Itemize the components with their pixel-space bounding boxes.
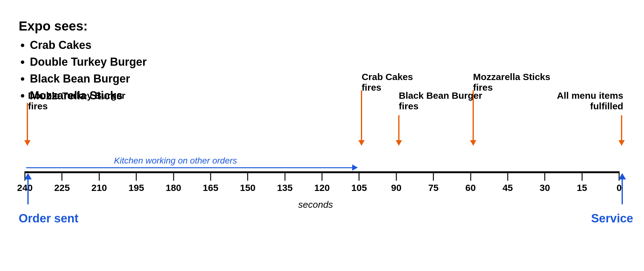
crab-cakes-fires-label-line2: fires (362, 82, 381, 93)
tick-label-75: 75 (428, 183, 438, 193)
diagram-container: Expo sees: Crab Cakes Double Turkey Burg… (0, 0, 644, 271)
black-bean-fires-line (398, 115, 399, 140)
tick-75 (433, 171, 434, 181)
tick-15 (581, 171, 582, 181)
tick-165 (210, 171, 211, 181)
service-label: Service (591, 212, 633, 225)
tick-150 (247, 171, 248, 181)
order-sent-arrowhead (24, 173, 32, 179)
tick-label-30: 30 (540, 183, 550, 193)
mozzarella-fires-label-line1: Mozzarella Sticks (473, 72, 550, 82)
tick-label-210: 210 (91, 183, 107, 193)
kitchen-arrow-head (352, 164, 358, 171)
double-turkey-fires-arrowhead (24, 140, 30, 146)
all-fulfilled-label: All menu items fulfilled (557, 90, 623, 112)
mozzarella-fires-label: Mozzarella Sticks fires (473, 72, 550, 93)
tick-label-60: 60 (465, 183, 476, 193)
ticks-container: 2402252101951801651501351201059075604530… (25, 171, 619, 196)
tick-60 (470, 171, 471, 181)
tick-label-90: 90 (391, 183, 401, 193)
crab-cakes-fires-line (361, 90, 362, 140)
double-turkey-fires-label-line1: Double Turkey Burger (28, 90, 125, 101)
service-arrowhead (618, 173, 626, 179)
order-sent-arrow (24, 173, 32, 204)
tick-90 (396, 171, 397, 181)
black-bean-fires-label-line2: fires (399, 101, 418, 111)
timeline-area: // We'll create ticks dynamically 240225… (25, 153, 619, 271)
kitchen-label: Kitchen working on other orders (114, 156, 237, 166)
tick-label-105: 105 (351, 183, 367, 193)
expo-item-black-bean: Black Bean Burger (30, 70, 147, 87)
double-turkey-fires-label: Double Turkey Burger fires (28, 90, 125, 112)
all-fulfilled-label-line1: All menu items (557, 90, 623, 101)
service-line (622, 179, 623, 204)
all-fulfilled-arrowhead (618, 140, 625, 146)
tick-105 (359, 171, 360, 181)
crab-cakes-fires-arrowhead (358, 140, 365, 146)
all-fulfilled-arrow (618, 115, 625, 146)
tick-label-165: 165 (203, 183, 218, 193)
all-fulfilled-line (621, 115, 622, 140)
order-sent-line (27, 179, 29, 204)
all-fulfilled-label-line2: fulfilled (590, 101, 623, 111)
tick-label-225: 225 (54, 183, 70, 193)
tick-label-150: 150 (240, 183, 255, 193)
mozzarella-fires-arrowhead (470, 140, 476, 146)
mozzarella-fires-arrow (470, 90, 476, 146)
double-turkey-fires-label-line2: fires (28, 101, 48, 111)
tick-label-195: 195 (128, 183, 144, 193)
tick-label-180: 180 (166, 183, 181, 193)
tick-45 (507, 171, 508, 181)
tick-120 (322, 171, 323, 181)
service-arrow (618, 173, 626, 204)
tick-30 (544, 171, 545, 181)
seconds-label: seconds (298, 199, 333, 210)
black-bean-fires-arrow (396, 115, 402, 146)
tick-180 (173, 171, 174, 181)
tick-label-45: 45 (502, 183, 513, 193)
order-sent-label: Order sent (19, 212, 78, 225)
tick-135 (284, 171, 285, 181)
black-bean-fires-arrowhead (396, 140, 402, 146)
expo-item-double-turkey: Double Turkey Burger (30, 54, 147, 70)
tick-label-120: 120 (314, 183, 330, 193)
kitchen-arrow-line (26, 167, 352, 168)
mozzarella-fires-label-line2: fires (473, 82, 493, 93)
tick-label-135: 135 (277, 183, 293, 193)
crab-cakes-fires-label-line1: Crab Cakes (362, 72, 413, 82)
tick-195 (136, 171, 137, 181)
tick-label-15: 15 (577, 183, 587, 193)
mozzarella-fires-line (473, 90, 474, 140)
expo-item-crab-cakes: Crab Cakes (30, 37, 147, 54)
tick-210 (99, 171, 100, 181)
expo-title: Expo sees: (19, 19, 147, 34)
crab-cakes-fires-label: Crab Cakes fires (362, 72, 413, 93)
crab-cakes-fires-arrow (358, 90, 365, 146)
tick-225 (62, 171, 63, 181)
